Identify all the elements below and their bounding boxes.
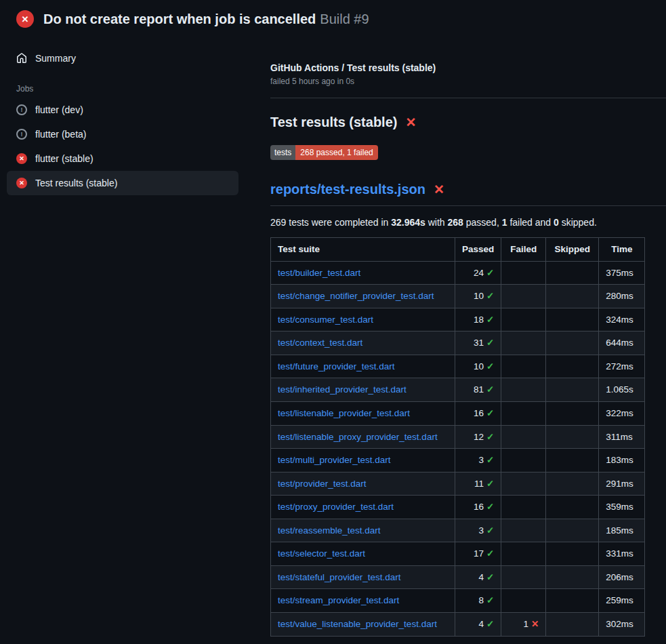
table-row: test/selector_test.dart17✓331ms	[271, 542, 645, 566]
cancelled-status-icon: !	[16, 129, 27, 140]
test-suite-link[interactable]: test/builder_test.dart	[278, 268, 360, 278]
table-row: test/builder_test.dart24✓375ms	[271, 261, 645, 285]
test-suite-cell: test/context_test.dart	[271, 331, 455, 355]
skipped-cell	[546, 378, 599, 402]
test-suite-cell: test/builder_test.dart	[271, 261, 455, 285]
time-cell: 375ms	[599, 261, 645, 285]
test-suite-link[interactable]: test/selector_test.dart	[278, 548, 365, 559]
page-title-text: Do not create report when job is cancell…	[43, 12, 316, 26]
test-suite-cell: test/future_provider_test.dart	[271, 355, 455, 378]
time-cell: 185ms	[599, 519, 645, 542]
badge-label: tests	[270, 145, 295, 160]
table-row: test/change_notifier_provider_test.dart1…	[271, 285, 645, 308]
summary-part: passed,	[463, 217, 502, 228]
test-suite-link[interactable]: test/listenable_proxy_provider_test.dart	[278, 432, 438, 442]
x-glyph: ✕	[22, 15, 29, 24]
failed-cell	[501, 378, 546, 402]
failed-cell	[501, 401, 546, 425]
sidebar-item-job[interactable]: !flutter (dev)	[7, 98, 238, 122]
page-header: ✕ Do not create report when job is cance…	[0, 0, 666, 37]
job-label: Test results (stable)	[35, 178, 117, 188]
sidebar-item-summary[interactable]: Summary	[7, 46, 238, 71]
test-suite-cell: test/listenable_provider_test.dart	[271, 401, 455, 425]
column-header: Passed	[455, 238, 501, 262]
x-icon: ✕	[531, 619, 539, 629]
divider	[270, 98, 666, 98]
test-suite-link[interactable]: test/value_listenable_provider_test.dart	[278, 619, 437, 629]
test-suite-link[interactable]: test/proxy_provider_test.dart	[278, 502, 394, 512]
table-row: test/consumer_test.dart18✓324ms	[271, 308, 645, 331]
failed-cell	[501, 355, 546, 378]
table-row: test/context_test.dart31✓644ms	[271, 331, 645, 355]
failed-status-icon: ✕	[16, 153, 27, 164]
passed-cell: 16✓	[455, 401, 501, 425]
time-cell: 259ms	[599, 589, 645, 613]
passed-count: 12	[474, 432, 484, 442]
test-suite-link[interactable]: test/listenable_provider_test.dart	[278, 408, 410, 418]
failed-cell	[501, 589, 546, 613]
results-table-head: Test suitePassedFailedSkippedTime	[271, 238, 645, 262]
job-label: flutter (beta)	[35, 129, 86, 140]
check-icon: ✓	[486, 408, 494, 418]
passed-count: 16	[474, 408, 484, 418]
test-suite-cell: test/reassemble_test.dart	[271, 519, 455, 542]
test-suite-cell: test/multi_provider_test.dart	[271, 449, 455, 472]
time-cell: 291ms	[599, 472, 645, 496]
results-table-body: test/builder_test.dart24✓375mstest/chang…	[271, 261, 645, 636]
test-suite-link[interactable]: test/stateful_provider_test.dart	[278, 572, 401, 582]
badge-value: 268 passed, 1 failed	[295, 145, 377, 160]
check-icon: ✓	[486, 432, 494, 442]
test-suite-link[interactable]: test/consumer_test.dart	[278, 315, 373, 325]
section-heading: Test results (stable) ✕	[270, 115, 666, 130]
x-icon: ✕	[405, 116, 416, 129]
test-suite-link[interactable]: test/inherited_provider_test.dart	[278, 384, 407, 395]
sidebar-item-job[interactable]: ✕Test results (stable)	[7, 171, 238, 195]
time-cell: 183ms	[599, 449, 645, 472]
skipped-cell	[546, 401, 599, 425]
test-suite-link[interactable]: test/stream_provider_test.dart	[278, 595, 399, 605]
test-suite-cell: test/proxy_provider_test.dart	[271, 496, 455, 519]
sidebar-item-job[interactable]: ✕flutter (stable)	[7, 146, 238, 171]
skipped-cell	[546, 565, 599, 589]
failed-cell	[501, 472, 546, 496]
summary-part: 268	[448, 217, 463, 228]
check-icon: ✓	[486, 525, 494, 536]
run-status-line: failed 5 hours ago in 0s	[270, 77, 666, 86]
passed-cell: 11✓	[455, 472, 501, 496]
time-cell: 322ms	[599, 401, 645, 425]
skipped-cell	[546, 425, 599, 449]
column-header: Failed	[501, 238, 546, 262]
failed-cell: 1✕	[501, 613, 546, 637]
failed-cell	[501, 449, 546, 472]
table-header-row: Test suitePassedFailedSkippedTime	[271, 238, 645, 262]
check-icon: ✓	[486, 548, 494, 559]
skipped-cell	[546, 542, 599, 566]
test-suite-link[interactable]: test/future_provider_test.dart	[278, 361, 395, 371]
home-icon	[16, 53, 27, 64]
x-icon: ✕	[434, 183, 444, 196]
test-suite-link[interactable]: test/provider_test.dart	[278, 479, 367, 489]
time-cell: 302ms	[599, 613, 645, 637]
table-row: test/stream_provider_test.dart8✓259ms	[271, 589, 645, 613]
failed-cell	[501, 285, 546, 308]
failed-cell	[501, 565, 546, 589]
test-suite-link[interactable]: test/change_notifier_provider_test.dart	[278, 291, 434, 301]
skipped-cell	[546, 519, 599, 542]
test-suite-link[interactable]: test/reassemble_test.dart	[278, 525, 381, 536]
test-suite-cell: test/provider_test.dart	[271, 472, 455, 496]
passed-cell: 10✓	[455, 285, 501, 308]
test-suite-link[interactable]: test/context_test.dart	[278, 338, 362, 348]
passed-count: 18	[474, 315, 484, 325]
check-icon: ✓	[486, 291, 494, 301]
test-suite-link[interactable]: test/multi_provider_test.dart	[278, 455, 391, 465]
check-icon: ✓	[486, 361, 494, 371]
passed-cell: 81✓	[455, 378, 501, 402]
passed-count: 31	[474, 338, 484, 348]
time-cell: 324ms	[599, 308, 645, 331]
sidebar-summary-label: Summary	[35, 53, 76, 64]
check-icon: ✓	[486, 595, 494, 605]
passed-cell: 3✓	[455, 449, 501, 472]
column-header: Skipped	[546, 238, 599, 262]
sidebar-item-job[interactable]: !flutter (beta)	[7, 122, 238, 146]
report-link[interactable]: reports/test-results.json	[270, 182, 425, 197]
